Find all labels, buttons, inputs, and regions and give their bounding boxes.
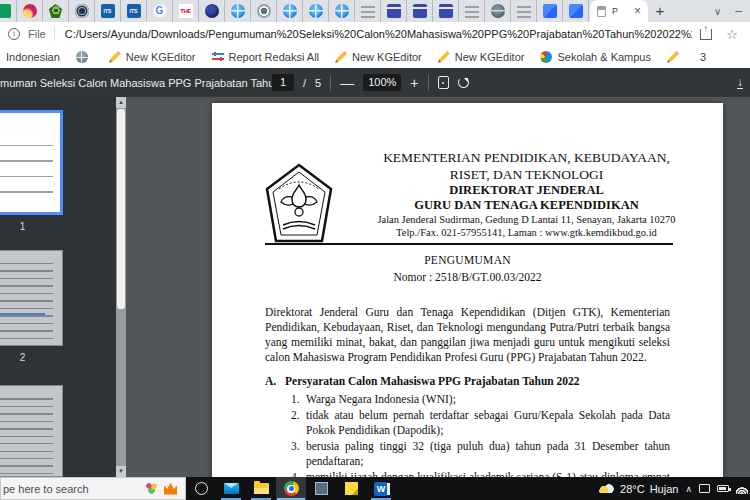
- list-item-number: 2.: [291, 408, 306, 438]
- file-explorer-icon: [254, 483, 269, 494]
- fit-to-page-icon[interactable]: [438, 76, 449, 89]
- its-icon: ITS: [127, 4, 141, 18]
- thumbnail-image[interactable]: [0, 110, 63, 215]
- scroll-up-icon[interactable]: ▲: [116, 97, 126, 108]
- bookmark-item[interactable]: [667, 51, 684, 63]
- page-info-icon[interactable]: i: [8, 28, 20, 40]
- pinned-tab[interactable]: [69, 0, 95, 22]
- pinned-tab[interactable]: THE: [173, 0, 199, 22]
- chrome-taskbar-button[interactable]: [276, 477, 306, 500]
- pinned-tab[interactable]: [433, 0, 459, 22]
- pinned-tab[interactable]: [381, 0, 407, 22]
- pinned-tab[interactable]: [199, 0, 225, 22]
- bookmark-item[interactable]: New KGEditor: [438, 51, 525, 63]
- pinned-tab[interactable]: [0, 0, 17, 22]
- pinned-tab[interactable]: [277, 0, 303, 22]
- photos-taskbar-button[interactable]: [306, 477, 336, 500]
- pinned-tab[interactable]: [225, 0, 251, 22]
- pinned-tab[interactable]: [251, 0, 277, 22]
- blue-square-icon: [569, 4, 583, 18]
- pinned-tab[interactable]: G: [147, 0, 173, 22]
- page-number-input[interactable]: 1: [272, 74, 294, 91]
- pinned-tab[interactable]: [563, 0, 589, 22]
- tray-display-icon[interactable]: [699, 484, 710, 493]
- pinned-tab[interactable]: [355, 0, 381, 22]
- bookmark-star-icon[interactable]: ☆: [726, 27, 738, 42]
- tray-battery-icon[interactable]: [717, 485, 729, 492]
- pinned-tab[interactable]: [17, 0, 43, 22]
- pdf-page-controls: 1 / 5 — 100% +: [272, 74, 469, 91]
- the-icon: THE: [179, 4, 193, 18]
- kemdikbud-flower-icon: [49, 4, 63, 18]
- window-minimize-button[interactable]: –: [735, 4, 742, 18]
- zoom-out-button[interactable]: —: [340, 75, 354, 91]
- pinned-tab[interactable]: [537, 0, 563, 22]
- tab-close-icon[interactable]: ×: [634, 5, 641, 17]
- download-icon[interactable]: ↓: [737, 77, 743, 89]
- pinned-tab[interactable]: [407, 0, 433, 22]
- pdf-toolbar: muman Seleksi Calon Mahasiswa PPG Prajab…: [0, 68, 750, 97]
- bookmark-item[interactable]: Sekolah & Kampus: [540, 51, 651, 63]
- tray-chevron-up-icon[interactable]: ∧: [685, 484, 692, 494]
- pinned-tab[interactable]: [329, 0, 355, 22]
- taskbar-search-box[interactable]: pe here to search: [0, 477, 186, 500]
- pinned-tab[interactable]: ITS: [95, 0, 121, 22]
- new-tab-button[interactable]: +: [648, 0, 672, 22]
- its-icon: ITS: [101, 4, 115, 18]
- scroll-down-icon[interactable]: ▼: [116, 466, 126, 477]
- cortana-taskbar-button[interactable]: [186, 477, 216, 500]
- word-taskbar-button[interactable]: W: [366, 477, 396, 500]
- pinned-tab[interactable]: [485, 0, 511, 22]
- mail-taskbar-button[interactable]: [216, 477, 246, 500]
- search-highlight-bouquet-icon[interactable]: [145, 482, 158, 495]
- thumbnail-label: 1: [0, 221, 63, 232]
- document-body: PENGUMUMAN Nomor : 2518/B/GT.00.03/2022 …: [265, 253, 670, 477]
- pinned-tab[interactable]: [511, 0, 537, 22]
- thumbnail-image[interactable]: [0, 385, 63, 477]
- pinned-tab[interactable]: [43, 0, 69, 22]
- pinned-tab[interactable]: [303, 0, 329, 22]
- gray-lines-icon: [465, 6, 479, 18]
- globe-color-icon: [540, 51, 552, 63]
- thumbnail-page-3[interactable]: 3: [0, 385, 63, 477]
- list-item-text: tidak atau belum pernah terdaftar sebaga…: [306, 408, 670, 438]
- pencil-icon: [667, 51, 679, 63]
- thumbnail-page-2[interactable]: 2: [0, 250, 63, 363]
- bookmark-item[interactable]: New KGEditor: [335, 51, 422, 63]
- url-text[interactable]: C:/Users/Ayunda/Downloads/Pengumuman%20S…: [65, 28, 693, 40]
- bookmark-item[interactable]: Indonesian: [6, 51, 60, 63]
- weather-widget[interactable]: 28°C Hujan: [599, 483, 678, 495]
- report-icon: [212, 51, 224, 63]
- sidebar-scrollbar[interactable]: ▲ ▼: [116, 97, 126, 477]
- green-doc-icon: [0, 4, 11, 18]
- zoom-level[interactable]: 100%: [363, 74, 401, 91]
- file-explorer-taskbar-button[interactable]: [246, 477, 276, 500]
- thumbnail-page-1[interactable]: 1: [0, 110, 63, 232]
- thumbnail-label: 2: [0, 352, 63, 363]
- tray-wifi-icon[interactable]: [736, 484, 748, 494]
- share-icon[interactable]: [700, 29, 712, 40]
- bookmark-item[interactable]: [76, 51, 93, 63]
- zoom-in-button[interactable]: +: [410, 75, 418, 91]
- tab-search-chevron-icon[interactable]: ∨: [714, 6, 721, 17]
- rotate-icon[interactable]: [458, 77, 469, 88]
- bookmark-item[interactable]: New KGEditor: [109, 51, 196, 63]
- bookmark-label: Sekolah & Kampus: [557, 51, 651, 63]
- blue-square-icon: [543, 4, 557, 18]
- weather-temperature: 28°C: [620, 483, 645, 495]
- pinned-tab[interactable]: [459, 0, 485, 22]
- bookmark-item[interactable]: 3: [700, 51, 706, 63]
- thumbnail-image[interactable]: [0, 250, 63, 346]
- bookmark-item[interactable]: Report Redaksi All: [212, 51, 320, 63]
- letterhead: KEMENTERIAN PENDIDIKAN, KEBUDAYAAN, RISE…: [340, 149, 713, 239]
- pdf-document-icon: [597, 6, 606, 17]
- list-item-number: 1.: [291, 392, 306, 407]
- sticky-notes-taskbar-button[interactable]: [336, 477, 366, 500]
- list-item: 2.tidak atau belum pernah terdaftar seba…: [265, 408, 670, 438]
- active-tab[interactable]: P ×: [590, 0, 648, 22]
- list-item: 3.berusia paling tinggi 32 (tiga puluh d…: [265, 439, 670, 469]
- pinned-tab[interactable]: ITS: [121, 0, 147, 22]
- chrome-icon: [284, 481, 299, 496]
- scrollbar-thumb[interactable]: [117, 109, 125, 309]
- search-highlight-crown-icon[interactable]: [164, 483, 177, 495]
